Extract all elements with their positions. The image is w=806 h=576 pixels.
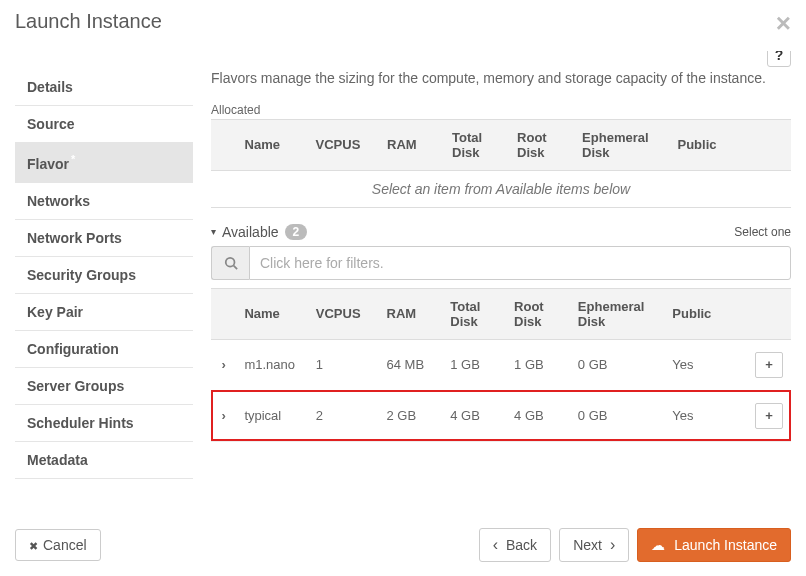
cell-total-disk: 1 GB: [442, 339, 506, 390]
cancel-label: Cancel: [43, 537, 87, 553]
modal-footer: Cancel Back Next Launch Instance: [0, 514, 806, 576]
svg-point-0: [225, 257, 234, 266]
cell-ram: 64 MB: [379, 339, 443, 390]
sidebar-item-server-groups[interactable]: Server Groups: [15, 368, 193, 405]
back-button[interactable]: Back: [479, 528, 551, 562]
help-icon: ?: [775, 51, 784, 63]
col-name: Name: [237, 119, 308, 170]
col-ram: RAM: [379, 288, 443, 339]
sidebar-item-key-pair[interactable]: Key Pair: [15, 294, 193, 331]
back-label: Back: [506, 537, 537, 553]
filter-input[interactable]: [249, 246, 791, 280]
sidebar-item-networks[interactable]: Networks: [15, 183, 193, 220]
sidebar-item-label: Flavor: [27, 156, 69, 172]
sidebar-item-security-groups[interactable]: Security Groups: [15, 257, 193, 294]
modal-body: ? Details Source Flavor* Networks Networ…: [0, 51, 806, 514]
cell-name: m1.nano: [236, 339, 307, 390]
col-root-disk: Root Disk: [506, 288, 570, 339]
available-table: Name VCPUS RAM Total Disk Root Disk Ephe…: [211, 288, 791, 442]
col-ephemeral-disk: Ephemeral Disk: [570, 288, 665, 339]
available-header: ▾ Available 2 Select one: [211, 224, 791, 240]
col-ram: RAM: [379, 119, 444, 170]
next-button[interactable]: Next: [559, 528, 629, 562]
cell-root-disk: 4 GB: [506, 390, 570, 441]
col-root-disk: Root Disk: [509, 119, 574, 170]
cell-ram: 2 GB: [379, 390, 443, 441]
wizard-sidebar: Details Source Flavor* Networks Network …: [15, 51, 193, 514]
chevron-down-icon: ▾: [211, 226, 216, 237]
col-vcpus: VCPUS: [308, 288, 379, 339]
sidebar-item-flavor[interactable]: Flavor*: [15, 143, 193, 183]
cell-ephemeral-disk: 0 GB: [570, 339, 665, 390]
available-toggle[interactable]: ▾ Available 2: [211, 224, 307, 240]
help-button[interactable]: ?: [767, 51, 791, 67]
sidebar-item-network-ports[interactable]: Network Ports: [15, 220, 193, 257]
table-row: › m1.nano 1 64 MB 1 GB 1 GB 0 GB Yes +: [211, 339, 791, 390]
available-count-badge: 2: [285, 224, 308, 240]
cell-ephemeral-disk: 0 GB: [570, 390, 665, 441]
cancel-button[interactable]: Cancel: [15, 529, 101, 561]
cell-vcpus: 2: [308, 390, 379, 441]
add-button[interactable]: +: [755, 352, 783, 378]
step-description: Flavors manage the sizing for the comput…: [211, 69, 791, 89]
cell-public: Yes: [664, 390, 747, 441]
col-vcpus: VCPUS: [308, 119, 379, 170]
sidebar-item-metadata[interactable]: Metadata: [15, 442, 193, 479]
cell-public: Yes: [664, 339, 747, 390]
cell-root-disk: 1 GB: [506, 339, 570, 390]
next-label: Next: [573, 537, 602, 553]
available-label: Available: [222, 224, 279, 240]
sidebar-item-scheduler-hints[interactable]: Scheduler Hints: [15, 405, 193, 442]
table-row: › typical 2 2 GB 4 GB 4 GB 0 GB Yes +: [211, 390, 791, 441]
footer-right: Back Next Launch Instance: [479, 528, 791, 562]
col-total-disk: Total Disk: [444, 119, 509, 170]
expand-row-toggle[interactable]: ›: [211, 390, 236, 441]
filter-row: [211, 246, 791, 280]
select-one-text: Select one: [734, 225, 791, 239]
sidebar-item-details[interactable]: Details: [15, 69, 193, 106]
launch-instance-modal: Launch Instance × ? Details Source Flavo…: [0, 0, 806, 576]
required-asterisk-icon: *: [71, 153, 75, 165]
chevron-right-icon: ›: [222, 408, 226, 423]
allocated-empty-row: Select an item from Available items belo…: [211, 170, 791, 207]
col-ephemeral-disk: Ephemeral Disk: [574, 119, 669, 170]
cell-total-disk: 4 GB: [442, 390, 506, 441]
sidebar-item-configuration[interactable]: Configuration: [15, 331, 193, 368]
col-public: Public: [669, 119, 754, 170]
cloud-upload-icon: [651, 537, 669, 553]
expand-row-toggle[interactable]: ›: [211, 339, 236, 390]
search-icon[interactable]: [211, 246, 249, 280]
step-content: Flavors manage the sizing for the comput…: [193, 51, 791, 514]
close-icon[interactable]: ×: [776, 10, 791, 36]
allocated-label: Allocated: [211, 103, 791, 117]
add-button[interactable]: +: [755, 403, 783, 429]
close-icon: [29, 537, 38, 553]
svg-line-1: [233, 265, 237, 269]
plus-icon: +: [765, 357, 773, 372]
col-total-disk: Total Disk: [442, 288, 506, 339]
cell-name: typical: [236, 390, 307, 441]
col-name: Name: [236, 288, 307, 339]
launch-label: Launch Instance: [674, 537, 777, 553]
col-public: Public: [664, 288, 747, 339]
allocated-table: Name VCPUS RAM Total Disk Root Disk Ephe…: [211, 119, 791, 208]
modal-title: Launch Instance: [15, 10, 162, 33]
sidebar-item-source[interactable]: Source: [15, 106, 193, 143]
plus-icon: +: [765, 408, 773, 423]
cell-vcpus: 1: [308, 339, 379, 390]
allocated-empty-text: Select an item from Available items belo…: [211, 170, 791, 207]
chevron-right-icon: ›: [222, 357, 226, 372]
modal-header: Launch Instance ×: [0, 0, 806, 51]
launch-instance-button[interactable]: Launch Instance: [637, 528, 791, 562]
